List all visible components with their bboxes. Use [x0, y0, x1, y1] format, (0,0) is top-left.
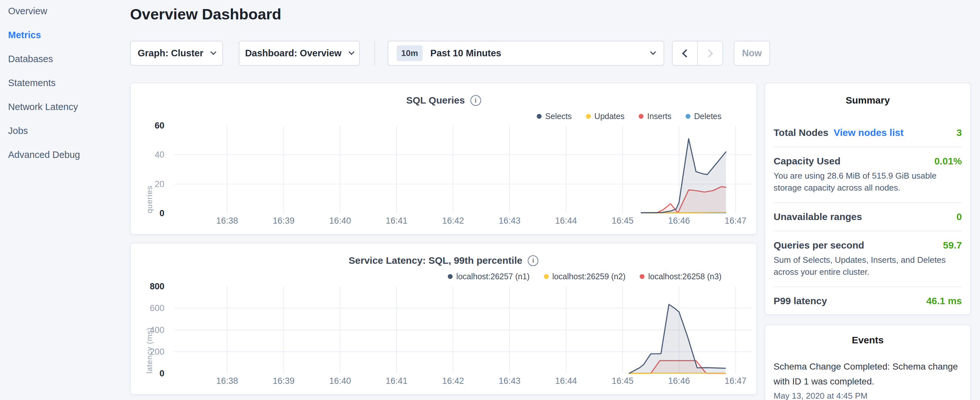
svg-text:800: 800	[150, 282, 164, 291]
svg-text:16:43: 16:43	[499, 376, 520, 386]
svg-text:20: 20	[155, 179, 164, 189]
time-range-label: Past 10 Minutes	[430, 48, 501, 59]
sidebar-item-jobs[interactable]: Jobs	[8, 125, 80, 136]
svg-text:16:44: 16:44	[555, 376, 577, 386]
svg-text:16:39: 16:39	[273, 216, 295, 226]
svg-text:16:42: 16:42	[442, 376, 464, 386]
svg-text:200: 200	[150, 347, 164, 357]
summary-row-label: P99 latency	[773, 295, 827, 306]
summary-row-label: Capacity Used	[773, 156, 840, 167]
svg-text:16:41: 16:41	[386, 216, 408, 226]
events-title: Events	[773, 335, 962, 346]
svg-text:16:47: 16:47	[725, 376, 747, 386]
sql-queries-panel: SQL Queries i Selects Updates Inserts De…	[130, 83, 757, 234]
chevron-left-icon	[682, 49, 690, 57]
summary-row-unavailable-ranges: Unavailable ranges 0	[773, 203, 962, 231]
svg-text:16:44: 16:44	[555, 216, 577, 226]
chevron-right-icon	[705, 49, 713, 57]
sidebar-item-network-latency[interactable]: Network Latency	[8, 101, 80, 112]
admin-ui-page: Overview Metrics Databases Statements Ne…	[0, 0, 980, 400]
summary-row-label: Unavailable ranges	[773, 211, 862, 222]
summary-row-value: 46.1 ms	[926, 295, 962, 306]
sidebar-item-statements[interactable]: Statements	[8, 77, 80, 88]
summary-row-value: 59.7	[943, 240, 962, 251]
time-range-dropdown[interactable]: 10m Past 10 Minutes	[388, 41, 664, 66]
summary-row-queries-per-second: Queries per second 59.7 Sum of Selects, …	[773, 231, 962, 287]
svg-text:16:45: 16:45	[611, 216, 633, 226]
view-nodes-list-link[interactable]: View nodes list	[834, 127, 903, 138]
svg-text:16:47: 16:47	[725, 216, 747, 226]
summary-row-total-nodes: Total Nodes View nodes list 3	[773, 119, 962, 147]
sql-queries-chart[interactable]: 16:3816:3916:4016:4116:4216:4316:4416:45…	[131, 83, 757, 234]
svg-text:0: 0	[159, 209, 164, 218]
sidebar-item-metrics[interactable]: Metrics	[8, 29, 80, 40]
summary-title: Summary	[773, 95, 962, 106]
summary-row-label: Total Nodes	[773, 127, 828, 138]
summary-row-p99-latency: P99 latency 46.1 ms	[773, 287, 962, 315]
graph-scope-label: Graph: Cluster	[137, 48, 203, 59]
svg-text:40: 40	[155, 150, 164, 159]
chevron-down-icon	[650, 49, 656, 55]
event-timestamp: May 13, 2020 at 4:45 PM	[773, 391, 962, 400]
dashboard-label: Dashboard: Overview	[245, 48, 341, 59]
svg-text:600: 600	[150, 303, 164, 313]
sidebar-nav: Overview Metrics Databases Statements Ne…	[8, 5, 80, 160]
dashboard-dropdown[interactable]: Dashboard: Overview	[239, 41, 360, 66]
summary-row-capacity-used: Capacity Used 0.01% You are using 28.6 M…	[773, 147, 962, 202]
svg-text:16:46: 16:46	[668, 216, 690, 226]
summary-panel: Summary Total Nodes View nodes list 3 Ca…	[765, 83, 971, 315]
summary-row-description: Sum of Selects, Updates, Inserts, and De…	[773, 254, 962, 278]
svg-text:16:41: 16:41	[386, 376, 408, 386]
chevron-down-icon	[210, 49, 216, 55]
toolbar-divider	[374, 41, 375, 66]
sidebar-item-databases[interactable]: Databases	[8, 53, 80, 64]
chevron-down-icon	[348, 49, 354, 55]
now-button[interactable]: Now	[734, 41, 770, 66]
time-step-buttons	[672, 41, 723, 66]
summary-row-label: Queries per second	[773, 240, 864, 251]
svg-text:400: 400	[150, 325, 164, 335]
event-item: Schema Change Completed: Schema change w…	[773, 359, 962, 400]
svg-text:16:40: 16:40	[329, 376, 351, 386]
svg-text:16:45: 16:45	[611, 376, 633, 386]
event-text: Schema Change Completed: Schema change w…	[773, 359, 962, 389]
svg-text:16:38: 16:38	[216, 216, 238, 226]
svg-text:16:38: 16:38	[216, 376, 238, 386]
summary-row-value: 0.01%	[934, 156, 962, 167]
svg-text:16:46: 16:46	[668, 376, 690, 386]
sidebar-item-advanced-debug[interactable]: Advanced Debug	[8, 149, 80, 160]
svg-text:60: 60	[155, 121, 164, 131]
svg-text:16:43: 16:43	[499, 216, 520, 226]
events-panel: Events Schema Change Completed: Schema c…	[765, 324, 971, 400]
sidebar-item-overview[interactable]: Overview	[8, 5, 80, 16]
svg-text:16:40: 16:40	[329, 216, 351, 226]
svg-text:16:42: 16:42	[442, 216, 464, 226]
time-next-button[interactable]	[697, 41, 722, 65]
time-range-badge: 10m	[397, 45, 423, 61]
summary-row-description: You are using 28.6 MiB of 515.9 GiB usab…	[773, 170, 962, 194]
summary-row-value: 0	[956, 211, 962, 222]
page-title: Overview Dashboard	[130, 5, 282, 23]
svg-text:16:39: 16:39	[273, 376, 295, 386]
svg-text:0: 0	[159, 369, 164, 378]
service-latency-chart[interactable]: 16:3816:3916:4016:4116:4216:4316:4416:45…	[131, 243, 757, 395]
service-latency-panel: Service Latency: SQL, 99th percentile i …	[130, 243, 757, 395]
time-prev-button[interactable]	[673, 41, 697, 65]
summary-row-value: 3	[956, 127, 962, 138]
graph-scope-dropdown[interactable]: Graph: Cluster	[130, 41, 223, 66]
